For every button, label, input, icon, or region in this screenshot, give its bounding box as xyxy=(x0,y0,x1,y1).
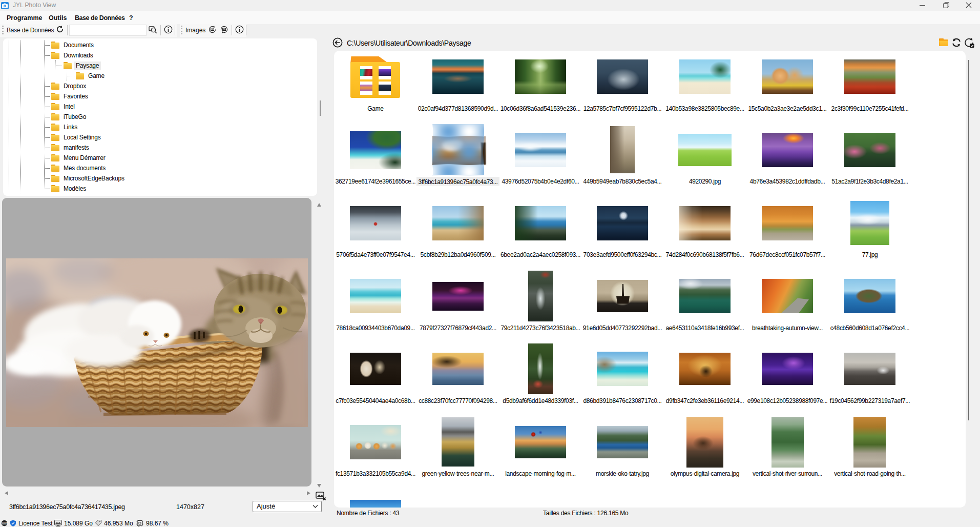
svg-text:WWW: WWW xyxy=(2,522,8,525)
